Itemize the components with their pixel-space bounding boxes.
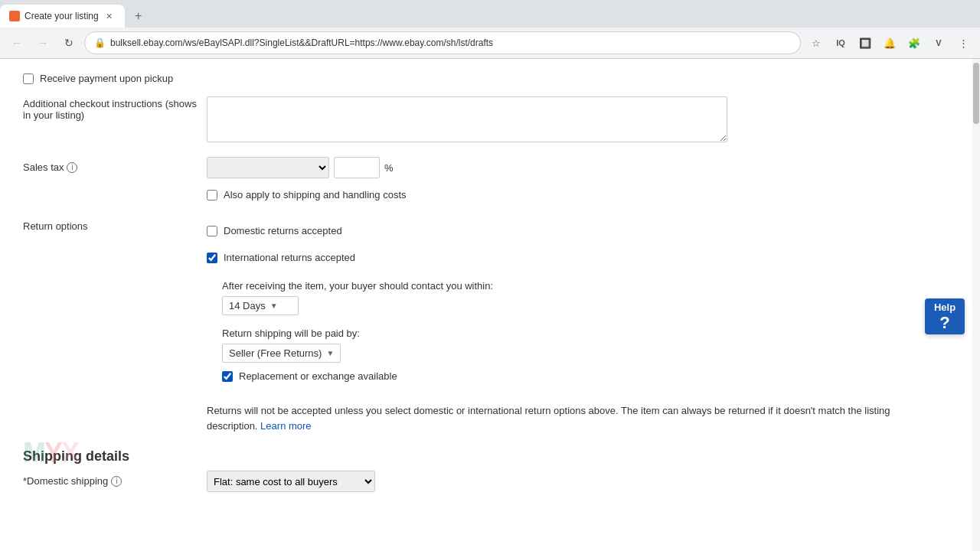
browser-chrome: Create your listing ✕ + ← → ↻ 🔒 bulksell… (0, 0, 980, 59)
also-apply-row: Also apply to shipping and handling cost… (207, 189, 407, 201)
scrollbar-thumb[interactable] (973, 63, 979, 124)
also-apply-label[interactable]: Also apply to shipping and handling cost… (224, 189, 407, 201)
sales-tax-label: Sales tax i (23, 157, 207, 173)
refresh-button[interactable]: ↻ (58, 32, 80, 54)
return-options-section: Return options Domestic returns accepted… (23, 219, 926, 433)
additional-checkout-label: Additional checkout instructions (shows … (23, 96, 207, 121)
additional-checkout-section: Additional checkout instructions (shows … (23, 96, 926, 145)
return-options-content: Domestic returns accepted International … (207, 219, 926, 433)
help-button[interactable]: Help ? (925, 298, 965, 334)
domestic-returns-row: Domestic returns accepted (207, 225, 926, 236)
shipping-details-section: MYX Shipping details *Domestic shipping … (23, 448, 926, 492)
new-tab-button[interactable]: + (128, 5, 149, 27)
domestic-returns-label[interactable]: Domestic returns accepted (224, 225, 342, 236)
domestic-shipping-content: Flat: same cost to all buyers (207, 471, 375, 492)
return-shipping-section: Return shipping will be paid by: Seller … (222, 328, 926, 388)
iq-button[interactable]: IQ (830, 32, 851, 54)
extension1-button[interactable]: 🔲 (854, 32, 876, 54)
extension2-button[interactable]: 🔔 (879, 32, 900, 54)
contact-within-label: After receiving the item, your buyer sho… (222, 280, 926, 292)
tax-percent-input[interactable] (334, 157, 380, 178)
tab-title: Create your listing (24, 11, 99, 21)
return-shipping-dropdown[interactable]: Seller (Free Returns) ▼ (222, 344, 341, 363)
contact-within-dropdown[interactable]: 14 Days ▼ (222, 296, 299, 315)
toolbar-right: ☆ IQ 🔲 🔔 🧩 V ⋮ (805, 32, 974, 54)
replacement-checkbox[interactable] (222, 371, 233, 382)
sales-tax-row: Sales tax i % Also apply to shipping and… (23, 157, 926, 207)
international-returns-checkbox[interactable] (207, 253, 217, 263)
back-button[interactable]: ← (6, 32, 28, 54)
help-label: Help (934, 302, 956, 313)
tab-bar: Create your listing ✕ + (0, 0, 980, 28)
menu-button[interactable]: ⋮ (952, 32, 974, 54)
contact-within-section: After receiving the item, your buyer sho… (222, 280, 926, 315)
return-shipping-arrow: ▼ (326, 349, 334, 357)
domestic-shipping-label: *Domestic shipping i (23, 471, 207, 487)
also-apply-checkbox[interactable] (207, 190, 217, 201)
tab-close-button[interactable]: ✕ (103, 10, 116, 22)
sales-tax-text: Sales tax (23, 161, 64, 173)
learn-more-link[interactable]: Learn more (260, 420, 311, 432)
contact-within-arrow: ▼ (270, 302, 278, 310)
domestic-shipping-info-icon[interactable]: i (111, 476, 122, 487)
receive-payment-checkbox[interactable] (23, 73, 34, 84)
sales-tax-info-icon[interactable]: i (67, 162, 77, 173)
return-options-label: Return options (23, 219, 207, 232)
international-returns-label[interactable]: International returns accepted (224, 252, 355, 263)
domestic-returns-checkbox[interactable] (207, 226, 217, 236)
main-content: Receive payment upon pickup Additional c… (0, 59, 949, 507)
profile-button[interactable]: V (928, 32, 949, 54)
active-tab[interactable]: Create your listing ✕ (0, 5, 125, 28)
receive-payment-label[interactable]: Receive payment upon pickup (40, 73, 173, 84)
return-info-text: Returns will not be accepted unless you … (207, 403, 911, 433)
tax-state-select[interactable] (207, 157, 329, 178)
extensions-button[interactable]: 🧩 (903, 32, 925, 54)
tab-favicon (9, 11, 20, 21)
lock-icon: 🔒 (94, 37, 106, 48)
replacement-row: Replacement or exchange available (222, 370, 926, 382)
url-text: bulksell.ebay.com/ws/eBaylSAPl.dll?Singl… (110, 37, 791, 48)
domestic-shipping-text: *Domestic shipping (23, 475, 108, 487)
return-shipping-value: Seller (Free Returns) (229, 347, 322, 359)
help-question-mark: ? (929, 313, 960, 333)
domestic-shipping-select[interactable]: Flat: same cost to all buyers (207, 471, 375, 492)
scrollbar-track (972, 59, 980, 551)
replacement-label[interactable]: Replacement or exchange available (239, 370, 397, 382)
forward-button[interactable]: → (32, 32, 54, 54)
tax-inputs: % (207, 157, 407, 178)
additional-checkout-content (207, 96, 926, 145)
contact-within-value: 14 Days (229, 300, 266, 311)
page-content: Receive payment upon pickup Additional c… (0, 59, 980, 551)
return-shipping-label: Return shipping will be paid by: (222, 328, 926, 339)
star-button[interactable]: ☆ (805, 32, 827, 54)
checkout-instructions-input[interactable] (207, 96, 727, 142)
international-returns-row: International returns accepted (207, 252, 926, 263)
sales-tax-controls: % Also apply to shipping and handling co… (207, 157, 407, 207)
shipping-section-title: Shipping details (23, 448, 926, 465)
percent-sign: % (384, 162, 394, 174)
browser-toolbar: ← → ↻ 🔒 bulksell.ebay.com/ws/eBaylSAPl.d… (0, 28, 980, 58)
receive-payment-row: Receive payment upon pickup (23, 73, 926, 84)
domestic-shipping-row: *Domestic shipping i Flat: same cost to … (23, 471, 926, 492)
address-bar[interactable]: 🔒 bulksell.ebay.com/ws/eBaylSAPl.dll?Sin… (84, 31, 801, 54)
